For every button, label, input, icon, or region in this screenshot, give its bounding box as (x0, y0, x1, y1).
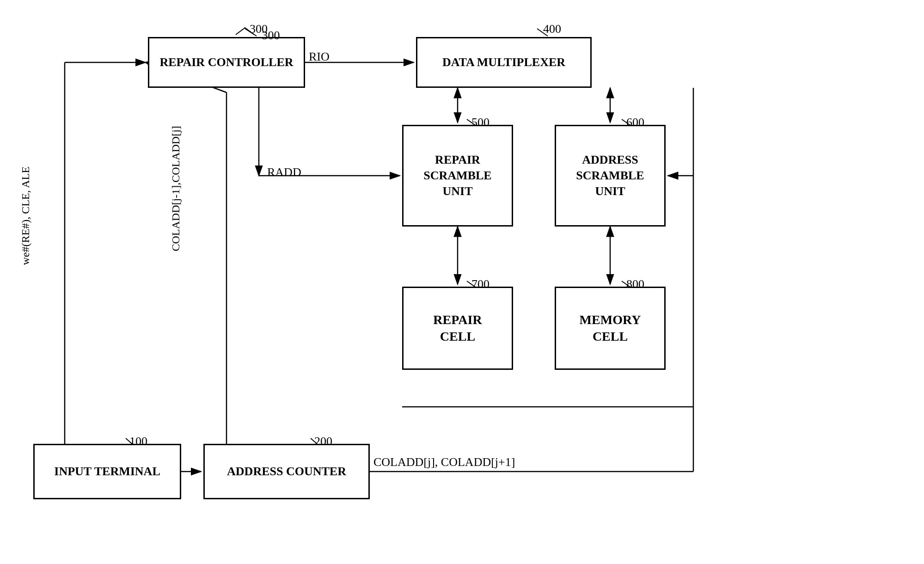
ref-600-text: 600 (626, 116, 644, 129)
ref-200-text: 200 (314, 435, 332, 448)
ref-300-text: 300 (250, 22, 268, 36)
ref-500-text: 500 (471, 116, 490, 129)
ref-700-text: 700 (471, 277, 490, 291)
radd-label: RADD (267, 166, 301, 179)
data-multiplexer-block: DATA MULTIPLEXER (416, 37, 592, 88)
address-scramble-block: ADDRESSSCRAMBLEUNIT (555, 125, 666, 227)
we-label: we#(RE#), CLE, ALE (19, 166, 32, 265)
ref-400-text: 400 (543, 22, 561, 36)
coladd-vertical-label: COLADD[j-1],COLADD[j] (170, 126, 182, 251)
input-terminal-block: INPUT TERMINAL (33, 444, 181, 499)
repair-scramble-block: REPAIRSCRAMBLEUNIT (402, 125, 513, 227)
ref-100-text: 100 (129, 435, 147, 448)
coladd-bottom-label: COLADD[j], COLADD[j+1] (373, 455, 515, 469)
diagram: REPAIR CONTROLLER DATA MULTIPLEXER REPAI… (0, 0, 924, 564)
repair-controller-block: REPAIR CONTROLLER (148, 37, 305, 88)
repair-cell-block: REPAIRCELL (402, 287, 513, 370)
ref-800-text: 800 (626, 277, 644, 291)
address-counter-block: ADDRESS COUNTER (203, 444, 370, 499)
memory-cell-block: MEMORYCELL (555, 287, 666, 370)
rio-label: RIO (309, 50, 330, 64)
